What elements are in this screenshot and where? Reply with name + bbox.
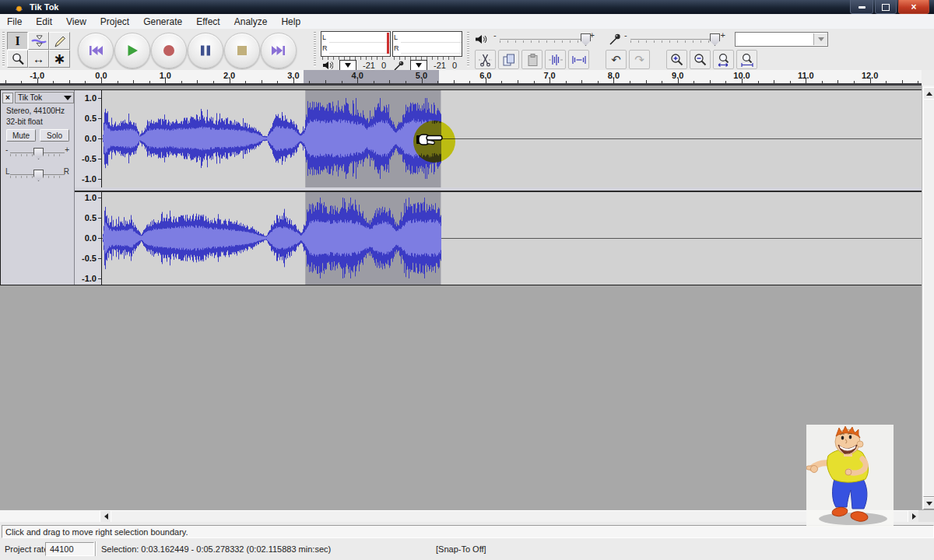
vertical-ruler-right-channel: 1.00.50.0-0.5-1.0 — [75, 192, 102, 285]
minimize-button[interactable] — [850, 0, 873, 14]
undo-button[interactable]: ↶ — [606, 50, 627, 69]
input-gain-mic-icon — [609, 33, 620, 45]
selection-tool-button[interactable]: I — [7, 32, 28, 50]
close-button[interactable]: × — [898, 0, 929, 14]
gain-track-slider[interactable]: - + — [5, 145, 69, 158]
record-button[interactable] — [151, 33, 187, 68]
solo-button[interactable]: Solo — [40, 129, 69, 142]
skip-to-start-button[interactable] — [78, 33, 114, 68]
ruler-minor-tick — [822, 81, 823, 83]
ruler-minor-tick — [69, 80, 70, 83]
vruler-label: -0.5 — [82, 154, 97, 163]
output-volume-slider[interactable]: - + — [493, 33, 595, 44]
cut-button[interactable] — [475, 50, 496, 69]
menu-analyze[interactable]: Analyze — [227, 15, 275, 29]
draw-tool-button[interactable] — [49, 32, 70, 50]
tools-toolbar: I↔∗ — [7, 32, 70, 68]
volume-slider-thumb[interactable] — [581, 33, 591, 46]
menu-generate[interactable]: Generate — [136, 15, 189, 29]
menu-file[interactable]: File — [0, 15, 29, 29]
menu-bar: FileEditViewProjectGenerateEffectAnalyze… — [0, 14, 934, 30]
vruler-tick — [98, 198, 101, 198]
toolbar-gripper[interactable] — [314, 32, 316, 67]
input-meter-controls: -21 0 — [394, 60, 461, 71]
toolbar-gripper[interactable] — [2, 32, 5, 67]
scrollbar-corner — [918, 510, 934, 523]
microphone-icon[interactable] — [394, 61, 404, 71]
ruler-minor-tick — [213, 81, 214, 83]
gain-min-label: - — [5, 145, 8, 154]
paste-button[interactable] — [521, 50, 542, 69]
trim-outside-selection-button[interactable] — [545, 50, 566, 69]
ruler-minor-tick — [406, 81, 406, 83]
output-meter-menu[interactable] — [339, 60, 356, 71]
restore-button[interactable] — [875, 0, 897, 14]
gain-slider-thumb[interactable] — [710, 33, 720, 46]
ruler-minor-tick — [598, 81, 599, 83]
track-close-button[interactable]: × — [2, 93, 13, 103]
skip-to-end-button[interactable] — [261, 33, 297, 68]
input-source-select[interactable] — [735, 32, 828, 47]
silence-selection-button[interactable] — [568, 50, 589, 69]
input-meter-menu[interactable] — [410, 60, 427, 71]
toolbar-gripper[interactable] — [467, 32, 469, 67]
ruler-major-tick — [165, 79, 166, 83]
ruler-minor-tick — [85, 81, 86, 83]
ruler-minor-tick — [469, 81, 470, 83]
horizontal-scrollbar[interactable] — [0, 509, 934, 523]
menu-edit[interactable]: Edit — [29, 15, 59, 29]
ruler-minor-tick — [710, 80, 711, 83]
vertical-scrollbar[interactable] — [922, 86, 934, 509]
multi-tool-button[interactable]: ∗ — [49, 50, 70, 68]
toolbar: I↔∗ L R -21 0 L R — [0, 29, 934, 71]
input-gain-slider[interactable]: - + — [624, 33, 725, 44]
menu-view[interactable]: View — [59, 15, 93, 29]
pan-thumb[interactable] — [33, 170, 44, 181]
copy-button[interactable] — [498, 50, 519, 69]
ruler-minor-tick — [774, 80, 774, 83]
clip-indicator — [387, 33, 389, 54]
play-button[interactable] — [114, 33, 150, 68]
waveform-left-channel[interactable] — [102, 90, 922, 187]
track-title-menu[interactable]: Tik Tok — [15, 92, 74, 103]
redo-button[interactable]: ↷ — [629, 50, 650, 69]
output-scale-max: 0 — [381, 61, 386, 70]
vertical-scrollbar-thumb[interactable] — [923, 99, 934, 497]
gain-thumb[interactable] — [33, 148, 44, 159]
ruler-major-tick — [101, 79, 102, 83]
timeline-ruler[interactable]: -1.00.01.02.03.04.05.06.07.08.09.010.011… — [0, 70, 922, 86]
scroll-up-button[interactable] — [923, 87, 934, 100]
scroll-down-button[interactable] — [923, 497, 934, 509]
speaker-icon[interactable] — [322, 61, 333, 70]
ruler-minor-tick — [854, 81, 855, 83]
stop-button[interactable] — [224, 33, 260, 68]
project-rate-value[interactable]: 44100 — [45, 542, 94, 556]
title-bar: Tik Tok × — [0, 0, 934, 14]
pan-track-slider[interactable]: L R — [5, 167, 69, 180]
menu-help[interactable]: Help — [274, 15, 307, 29]
vruler-label: 0.5 — [85, 213, 97, 222]
audio-track: × Tik Tok Stereo, 44100Hz 32-bit float M… — [0, 89, 923, 285]
meter-left-label: L — [321, 33, 329, 41]
meter-right-label: R — [321, 44, 329, 52]
vruler-tick — [98, 159, 101, 159]
menu-project[interactable]: Project — [93, 15, 136, 29]
waveform-right-channel[interactable] — [102, 192, 922, 285]
fit-selection-button[interactable] — [713, 50, 734, 69]
menu-effect[interactable]: Effect — [189, 15, 226, 29]
pause-button[interactable] — [188, 33, 223, 68]
ruler-minor-tick — [389, 80, 390, 83]
zoom-out-button[interactable] — [690, 50, 711, 69]
output-scale-min: -21 — [363, 61, 375, 70]
scrollbar-track[interactable] — [0, 510, 100, 523]
envelope-tool-button[interactable] — [28, 32, 49, 50]
ruler-minor-tick — [758, 81, 759, 83]
chevron-down-icon[interactable] — [813, 33, 827, 45]
time-shift-tool-button[interactable]: ↔ — [28, 50, 49, 68]
mute-button[interactable]: Mute — [6, 129, 36, 142]
zoom-in-button[interactable] — [666, 50, 687, 69]
zoom-tool-button[interactable] — [7, 50, 28, 68]
fit-project-button[interactable] — [736, 50, 757, 69]
vruler-tick — [98, 238, 101, 239]
track-area[interactable]: × Tik Tok Stereo, 44100Hz 32-bit float M… — [0, 86, 934, 509]
